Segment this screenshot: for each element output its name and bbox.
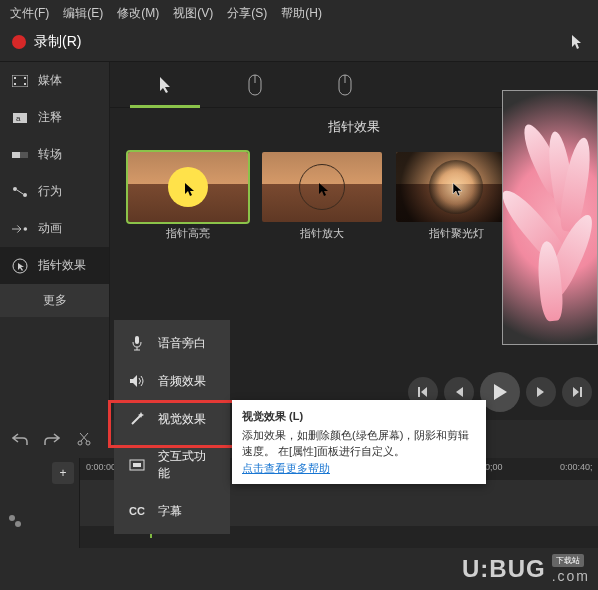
mic-icon [128,334,146,352]
sidebar-item-behavior[interactable]: 行为 [0,173,109,210]
svg-rect-1 [14,77,16,79]
record-dot-icon [12,35,26,49]
svg-rect-7 [12,152,20,158]
undo-button[interactable] [8,427,32,451]
watermark-brand: U:BUG [462,555,546,583]
tooltip-help-link[interactable]: 点击查看更多帮助 [242,462,330,474]
svg-text:a: a [16,114,21,123]
watermark: U:BUG 下载站 .com [462,554,590,584]
mouse-left-icon [247,74,263,96]
menu-modify[interactable]: 修改(M) [117,5,159,22]
popup-item-interactive[interactable]: 交互式功能 [114,438,230,492]
popup-item-voice[interactable]: 语音旁白 [114,324,230,362]
svg-line-21 [80,433,87,441]
popup-item-caption[interactable]: CC 字幕 [114,492,230,530]
popup-label: 语音旁白 [158,335,206,352]
menu-file[interactable]: 文件(F) [10,5,49,22]
ruler-tick: 0:00:40; [560,462,593,472]
sidebar-item-media[interactable]: 媒体 [0,62,109,99]
transition-icon [12,147,28,163]
cursor-icon [568,33,586,51]
popup-label: 交互式功能 [158,448,216,482]
more-popup-menu: 语音旁白 音频效果 视觉效果 交互式功能 CC 字幕 [114,320,230,534]
watermark-badge: 下载站 [552,554,584,567]
popup-item-audio-fx[interactable]: 音频效果 [114,362,230,400]
preview-canvas[interactable] [502,90,598,345]
svg-line-20 [81,433,88,441]
next-frame-button[interactable] [562,377,592,407]
interactive-icon [128,456,146,474]
svg-line-23 [132,415,141,424]
popup-label: 字幕 [158,503,182,520]
record-button[interactable]: 录制(R) [34,33,81,51]
svg-point-27 [15,521,21,527]
step-forward-button[interactable] [526,377,556,407]
sidebar-label: 行为 [38,183,62,200]
cc-icon: CC [128,502,146,520]
thumb-label: 指针高亮 [128,222,248,245]
sidebar-label: 媒体 [38,72,62,89]
menu-edit[interactable]: 编辑(E) [63,5,103,22]
sidebar-item-cursor-fx[interactable]: 指针效果 [0,247,109,284]
svg-rect-4 [24,83,26,85]
thumb-label: 指针聚光灯 [396,222,516,245]
sidebar-item-animation[interactable]: 动画 [0,210,109,247]
sidebar: 媒体 a 注释 转场 行为 动画 指针效果 更多 [0,62,110,422]
track-toggle-icon[interactable] [8,514,22,528]
wand-icon [128,410,146,428]
svg-point-26 [9,515,15,521]
mouse-right-icon [337,74,353,96]
redo-button[interactable] [40,427,64,451]
timeline-side: + [0,458,80,548]
svg-point-19 [86,441,90,445]
sidebar-label: 动画 [38,220,62,237]
svg-point-9 [13,187,17,191]
tab-left-click[interactable] [210,62,300,108]
sidebar-item-annotation[interactable]: a 注释 [0,99,109,136]
play-button[interactable] [480,372,520,412]
tooltip: 视觉效果 (L) 添加效果，如删除颜色(绿色屏幕)，阴影和剪辑速度。 在[属性]… [232,400,486,484]
svg-rect-2 [14,83,16,85]
svg-rect-25 [133,463,141,467]
tab-right-click[interactable] [300,62,390,108]
menu-help[interactable]: 帮助(H) [281,5,322,22]
record-bar: 录制(R) [0,27,598,62]
svg-rect-3 [24,77,26,79]
film-icon [12,73,28,89]
cursor-icon [158,76,172,94]
thumb-cursor-magnify[interactable]: 指针放大 [262,152,382,245]
svg-rect-22 [135,336,139,344]
svg-line-11 [17,190,23,194]
popup-label: 音频效果 [158,373,206,390]
tooltip-body: 添加效果，如删除颜色(绿色屏幕)，阴影和剪辑速度。 在[属性]面板进行自定义。 [242,427,476,460]
sidebar-label: 指针效果 [38,257,86,274]
popup-label: 视觉效果 [158,411,206,428]
menu-bar: 文件(F) 编辑(E) 修改(M) 视图(V) 分享(S) 帮助(H) [0,0,598,27]
menu-share[interactable]: 分享(S) [227,5,267,22]
sidebar-label: 注释 [38,109,62,126]
menu-view[interactable]: 视图(V) [173,5,213,22]
thumb-cursor-spotlight[interactable]: 指针聚光灯 [396,152,516,245]
svg-point-10 [23,193,27,197]
svg-rect-8 [20,152,28,158]
tab-cursor[interactable] [120,62,210,108]
speaker-icon [128,372,146,390]
sidebar-item-transition[interactable]: 转场 [0,136,109,173]
thumb-cursor-highlight[interactable]: 指针高亮 [128,152,248,245]
cut-button[interactable] [72,427,96,451]
thumb-label: 指针放大 [262,222,382,245]
sidebar-more-button[interactable]: 更多 [0,284,109,317]
add-track-button[interactable]: + [52,462,74,484]
preview-image [503,91,597,344]
behavior-icon [12,184,28,200]
svg-point-18 [78,441,82,445]
svg-rect-0 [12,75,28,87]
popup-item-visual-fx[interactable]: 视觉效果 [114,400,230,438]
sidebar-label: 转场 [38,146,62,163]
watermark-domain: .com [552,568,590,584]
svg-point-12 [24,227,28,231]
cursor-fx-icon [12,258,28,274]
annotation-icon: a [12,110,28,126]
tooltip-title: 视觉效果 (L) [242,408,476,425]
animation-icon [12,221,28,237]
